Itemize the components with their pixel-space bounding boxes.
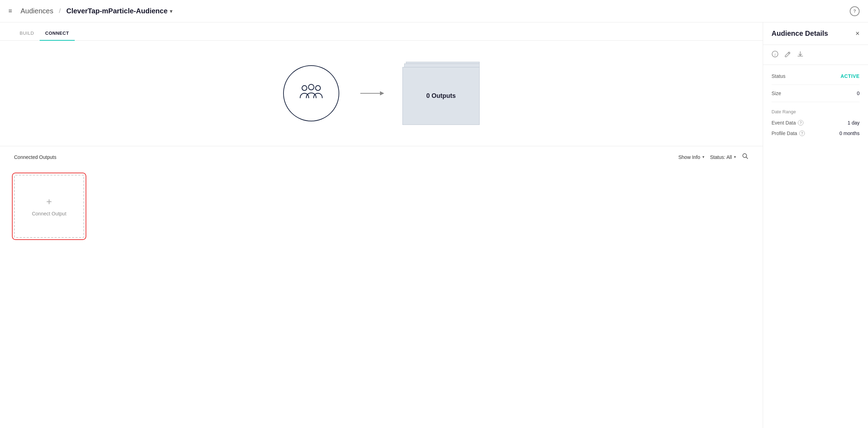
breadcrumb-current-text: CleverTap-mParticle-Audience	[66, 7, 168, 15]
status-filter-button[interactable]: Status: All ▾	[710, 154, 736, 160]
status-chevron-icon: ▾	[734, 155, 736, 159]
connect-output-plus-icon: +	[46, 196, 52, 207]
breadcrumb-current: CleverTap-mParticle-Audience ▾	[66, 7, 172, 15]
chevron-down-icon[interactable]: ▾	[170, 8, 172, 14]
svg-point-2	[308, 84, 314, 90]
arrow-line	[360, 93, 381, 94]
event-data-label-group: Event Data ?	[772, 120, 803, 126]
event-data-label: Event Data	[772, 120, 796, 126]
show-info-label: Show Info	[678, 154, 700, 160]
size-row: Size 0	[772, 91, 860, 96]
event-data-value: 1 day	[848, 120, 860, 126]
svg-text:i: i	[774, 52, 775, 56]
help-icon[interactable]: ?	[850, 6, 860, 16]
panel-divider-1	[772, 85, 860, 85]
status-filter-label: Status: All	[710, 154, 732, 160]
outputs-section: + Connect Output	[0, 168, 763, 428]
date-range-title: Date Range	[772, 109, 860, 114]
diagram-center: 0 Outputs	[283, 62, 480, 125]
event-data-help-icon[interactable]: ?	[798, 120, 803, 126]
audience-group-icon	[299, 83, 323, 104]
svg-point-1	[315, 85, 320, 90]
status-value: ACTIVE	[841, 73, 860, 79]
info-action-icon[interactable]: i	[772, 51, 779, 59]
panel-actions: i	[763, 45, 868, 65]
svg-point-0	[302, 85, 307, 90]
size-label: Size	[772, 91, 781, 96]
breadcrumb-separator: /	[59, 7, 61, 15]
outputs-count-label: 0 Outputs	[426, 92, 456, 100]
right-panel: Audience Details × i	[763, 22, 868, 428]
status-label: Status	[772, 73, 786, 79]
output-card-front: 0 Outputs	[402, 67, 480, 125]
header-right: ?	[850, 6, 860, 16]
diagram-area: 0 Outputs	[0, 41, 763, 146]
profile-data-row: Profile Data ? 0 months	[772, 131, 860, 136]
main-area: BUILD CONNECT	[0, 22, 868, 428]
flow-arrow	[360, 93, 381, 94]
app-container: ≡ Audiences / CleverTap-mParticle-Audien…	[0, 0, 868, 428]
header-left: ≡ Audiences / CleverTap-mParticle-Audien…	[8, 7, 850, 15]
header: ≡ Audiences / CleverTap-mParticle-Audien…	[0, 0, 868, 22]
size-value: 0	[857, 91, 860, 96]
svg-line-4	[746, 157, 748, 159]
profile-data-label-group: Profile Data ?	[772, 131, 805, 136]
breadcrumb-parent[interactable]: Audiences	[21, 7, 53, 15]
edit-action-icon[interactable]	[784, 51, 791, 59]
panel-divider-2	[772, 102, 860, 102]
panel-close-button[interactable]: ×	[855, 29, 860, 38]
tabs-bar: BUILD CONNECT	[0, 22, 763, 41]
content-area: BUILD CONNECT	[0, 22, 763, 428]
menu-icon[interactable]: ≡	[8, 7, 12, 15]
tab-build[interactable]: BUILD	[14, 26, 40, 41]
audience-circle[interactable]	[283, 65, 339, 121]
canvas: 0 Outputs Connected Outputs Show Info ▾	[0, 41, 763, 428]
search-button[interactable]	[742, 153, 749, 161]
panel-title: Audience Details	[772, 29, 828, 38]
show-info-chevron-icon: ▾	[702, 155, 705, 159]
connected-controls: Show Info ▾ Status: All ▾	[678, 153, 749, 161]
profile-data-help-icon[interactable]: ?	[799, 131, 805, 136]
profile-data-label: Profile Data	[772, 131, 797, 136]
panel-content: Status ACTIVE Size 0 Date Range Event Da…	[763, 65, 868, 428]
event-data-row: Event Data ? 1 day	[772, 120, 860, 126]
tab-connect[interactable]: CONNECT	[40, 26, 75, 41]
connect-output-label: Connect Output	[32, 211, 66, 216]
date-range-section: Date Range Event Data ? 1 day Profile Da…	[772, 109, 860, 136]
status-row: Status ACTIVE	[772, 73, 860, 79]
download-action-icon[interactable]	[797, 51, 804, 59]
connect-output-card[interactable]: + Connect Output	[14, 175, 84, 238]
panel-header: Audience Details ×	[763, 22, 868, 45]
profile-data-value: 0 months	[839, 131, 860, 136]
connected-outputs-title: Connected Outputs	[14, 154, 56, 160]
connected-outputs-bar: Connected Outputs Show Info ▾ Status: Al…	[0, 146, 763, 168]
outputs-stack: 0 Outputs	[402, 62, 480, 125]
show-info-button[interactable]: Show Info ▾	[678, 154, 704, 160]
